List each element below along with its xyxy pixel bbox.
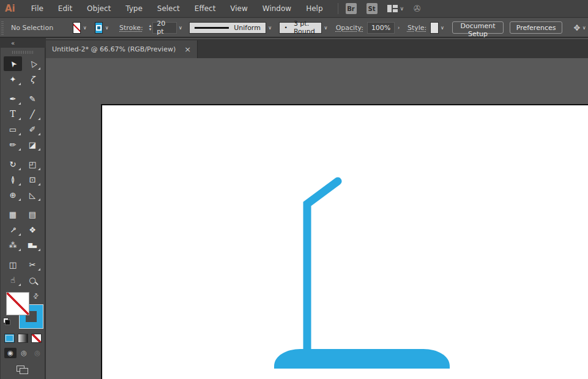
eyedropper-tool-icon: ⊸ (7, 224, 18, 235)
stroke-color-swatch[interactable] (95, 22, 103, 34)
tab-close-icon[interactable]: × (184, 45, 191, 53)
line-segment-tool[interactable]: ╱ (23, 107, 42, 121)
drawing-modes-row: ◉ ◎ ◎ (4, 348, 45, 358)
menu-help[interactable]: Help (299, 0, 330, 18)
workspace-chevron-icon[interactable]: ∨ (400, 6, 404, 12)
width-tool[interactable]: ≬ (4, 172, 22, 187)
gradient-tool[interactable]: ▤ (23, 207, 42, 222)
pen-tool[interactable]: ✒ (4, 91, 22, 106)
zoom-tool[interactable]: ○ (23, 272, 42, 287)
width-profile-field[interactable]: Uniform (189, 22, 266, 34)
menu-window[interactable]: Window (255, 0, 299, 18)
stroke-weight-stepper[interactable]: ▴▾ (149, 24, 152, 31)
style-chevron-icon[interactable]: ∨ (440, 22, 445, 34)
curvature-tool-icon: ✎ (29, 94, 36, 103)
menu-file[interactable]: File (24, 0, 51, 18)
lamp-artwork[interactable] (102, 105, 588, 379)
zoom-tool-icon: ○ (29, 276, 35, 285)
touch-workspace-icon[interactable]: ✇ (414, 4, 421, 13)
rectangle-tool[interactable]: ▭ (4, 122, 22, 137)
control-panel-menu-icon[interactable]: ✥ (573, 23, 580, 32)
menu-effect[interactable]: Effect (187, 0, 223, 18)
opacity-label[interactable]: Opacity: (336, 24, 363, 32)
collapse-panel-icon[interactable]: « (11, 40, 14, 47)
stroke-weight-chevron-icon[interactable]: ∨ (178, 22, 184, 34)
blend-tool[interactable]: ❖ (23, 222, 42, 237)
direct-selection-tool-icon: ▷ (27, 59, 38, 69)
color-buttons-row (1, 334, 45, 343)
tools-panel: ➤▷✦ζ✒✎T╱▭✐✏◪↻◰≬⊡⊕◺▦▤⊸❖⁂▆▃◫✂☝○ ⇄ ◉ ◎ ◎ (1, 48, 45, 379)
menu-separator (338, 3, 338, 14)
control-bar: No Selection ∨ ∨ Stroke: ▴▾ 20 pt ∨ Unif… (0, 18, 588, 38)
rotate-tool-icon: ↻ (10, 160, 17, 169)
style-label[interactable]: Style: (408, 24, 426, 32)
type-tool-icon: T (10, 109, 15, 119)
type-tool[interactable]: T (4, 107, 22, 121)
fill-color-swatch[interactable] (73, 22, 81, 34)
artboard[interactable] (101, 104, 588, 379)
menu-edit[interactable]: Edit (51, 0, 80, 18)
canvas-pasteboard[interactable] (46, 58, 588, 379)
eyedropper-tool[interactable]: ⊸ (4, 222, 22, 237)
screen-mode-icon[interactable] (17, 366, 29, 374)
magic-wand-tool-icon: ✦ (10, 75, 17, 84)
panel-grip[interactable] (12, 51, 33, 54)
symbol-sprayer-tool[interactable]: ⁂ (4, 238, 22, 252)
fill-proxy-swatch[interactable] (6, 292, 29, 315)
stroke-chevron-icon[interactable]: ∨ (104, 22, 110, 34)
menu-view[interactable]: View (223, 0, 255, 18)
shape-builder-tool[interactable]: ⊕ (4, 187, 22, 202)
brush-chevron-icon[interactable]: ∨ (323, 22, 329, 34)
opacity-field[interactable]: 100% (367, 22, 395, 34)
tools-grid: ➤▷✦ζ✒✎T╱▭✐✏◪↻◰≬⊡⊕◺▦▤⊸❖⁂▆▃◫✂☝○ (1, 56, 45, 287)
control-panel-menu-chevron-icon[interactable]: ∨ (581, 22, 587, 34)
menu-object[interactable]: Object (80, 0, 118, 18)
rotate-tool[interactable]: ↻ (4, 157, 22, 171)
draw-behind-icon[interactable]: ◎ (18, 348, 30, 358)
draw-normal-icon[interactable]: ◉ (4, 348, 17, 358)
gradient-button[interactable] (18, 334, 28, 343)
document-tab[interactable]: Untitled-2* @ 66.67% (RGB/Preview) × (46, 40, 198, 58)
width-profile-chevron-icon[interactable]: ∨ (267, 22, 273, 34)
lasso-tool[interactable]: ζ (23, 72, 42, 86)
stroke-weight-label[interactable]: Stroke: (119, 24, 143, 32)
control-bar-grip[interactable] (1, 20, 4, 35)
selection-status: No Selection (11, 24, 53, 32)
perspective-grid-tool[interactable]: ◺ (23, 187, 42, 202)
hand-tool[interactable]: ☝ (4, 272, 22, 287)
menu-type[interactable]: Type (118, 0, 150, 18)
hand-tool-icon: ☝ (10, 276, 15, 285)
paintbrush-tool[interactable]: ✐ (23, 122, 42, 137)
document-setup-button[interactable]: Document Setup (452, 21, 503, 34)
fill-chevron-icon[interactable]: ∨ (82, 22, 87, 34)
slice-tool[interactable]: ✂ (23, 257, 42, 272)
direct-selection-tool[interactable]: ▷ (23, 56, 42, 71)
free-transform-tool[interactable]: ⊡ (23, 172, 42, 187)
menu-select[interactable]: Select (150, 0, 187, 18)
scale-tool[interactable]: ◰ (23, 157, 42, 171)
shaper-tool[interactable]: ✏ (4, 137, 22, 152)
none-button[interactable] (31, 334, 42, 343)
eraser-tool[interactable]: ◪ (23, 137, 42, 152)
swap-fill-stroke-icon[interactable]: ⇄ (31, 291, 41, 301)
opacity-arrow-icon[interactable]: › (396, 22, 401, 34)
magic-wand-tool[interactable]: ✦ (4, 72, 22, 86)
column-graph-tool[interactable]: ▆▃ (23, 238, 42, 252)
style-swatch[interactable] (430, 22, 438, 34)
stock-button[interactable]: St (367, 3, 378, 14)
preferences-button[interactable]: Preferences (510, 21, 563, 34)
mesh-tool[interactable]: ▦ (4, 207, 22, 222)
selection-tool-icon: ➤ (7, 58, 19, 69)
brush-definition-field[interactable]: • 3 pt. Round (279, 22, 322, 34)
color-button[interactable] (4, 334, 15, 343)
bridge-button[interactable]: Br (346, 3, 357, 14)
draw-inside-icon[interactable]: ◎ (31, 348, 43, 358)
default-fill-stroke-icon[interactable] (3, 318, 10, 325)
artboard-tool[interactable]: ◫ (4, 257, 22, 272)
workspace-switcher-icon[interactable] (387, 5, 398, 12)
fill-stroke-cluster: ⇄ (1, 292, 45, 329)
selection-tool[interactable]: ➤ (4, 56, 22, 71)
curvature-tool[interactable]: ✎ (23, 91, 42, 106)
stroke-weight-field[interactable]: 20 pt (152, 22, 176, 34)
shape-builder-tool-icon: ⊕ (10, 190, 17, 200)
